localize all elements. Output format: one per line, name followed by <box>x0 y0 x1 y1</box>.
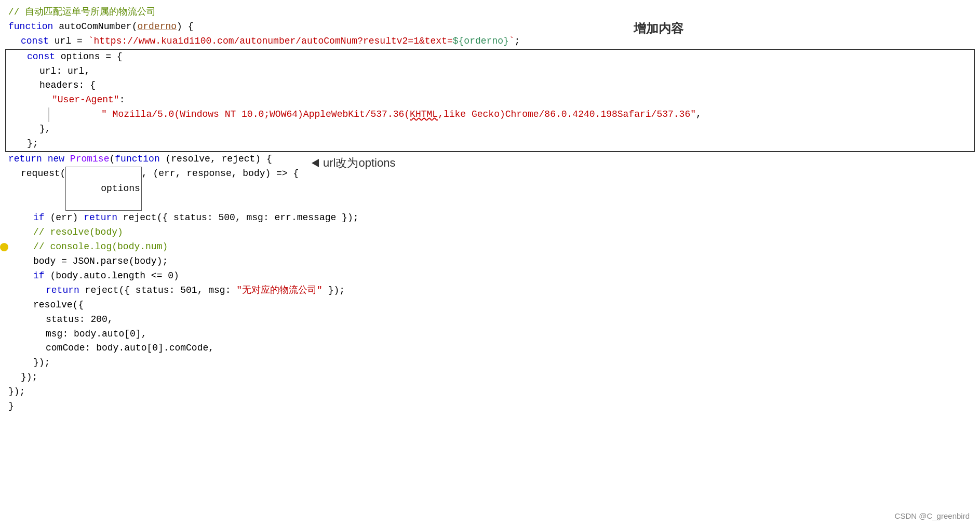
footer-attribution: CSDN @C_greenbird <box>895 510 970 522</box>
resolve-close: }); <box>33 356 50 370</box>
kw-function2: function <box>115 152 159 167</box>
comment-resolve: // resolve(body) <box>33 225 123 240</box>
kw-return2: return <box>84 211 117 225</box>
code-container: // 自动匹配运单号所属的物流公司 function autoComNumber… <box>0 0 980 424</box>
headers-prop: headers: { <box>39 78 96 93</box>
if-err-body: (err) <box>45 211 84 225</box>
line-comment-console: // console.log(body.num) <box>0 240 980 254</box>
kw-return3: return <box>46 284 79 298</box>
line-if-err: if (err) return reject({ status: 500, ms… <box>0 211 980 225</box>
reject501-end: }); <box>323 284 345 298</box>
line-json-parse: body = JSON.parse(body); <box>0 254 980 269</box>
line-resolve-open: resolve({ <box>0 298 980 313</box>
headers-close: }, <box>39 122 51 137</box>
tpl-expr: ${orderno} <box>453 34 509 49</box>
bracket-close2: }); <box>8 385 25 399</box>
line-url-prop: url: url, <box>6 64 974 79</box>
line-status-200: status: 200, <box>0 313 980 327</box>
fn-name: autoComNumber( <box>53 20 137 34</box>
line-return-promise: return new Promise ( function (resolve, … <box>0 152 980 167</box>
arrow-left-icon <box>312 159 319 167</box>
line-headers: headers: { <box>6 78 974 93</box>
bracket-close1: }); <box>21 370 37 385</box>
kw-return: return <box>8 152 42 167</box>
status-200: status: 200, <box>46 313 113 327</box>
tpl-literal: `https://www.kuaidi100.com/autonumber/au… <box>88 34 453 49</box>
msg-auto: msg: body.auto[0], <box>46 327 146 342</box>
line-headers-close: }, <box>6 122 974 137</box>
line-msg-auto: msg: body.auto[0], <box>0 327 980 342</box>
user-agent-key: "User-Agent" <box>52 93 119 107</box>
line-resolve-close: }); <box>0 356 980 370</box>
space-new <box>42 152 48 167</box>
line-if-body: if (body.auto.length <= 0) <box>0 269 980 284</box>
kw-const2: const <box>27 50 55 64</box>
semicolon: ; <box>515 34 520 49</box>
options-param: options <box>101 183 140 194</box>
kw-new: new <box>48 152 64 167</box>
line-const-options: const options = { <box>6 50 974 64</box>
options-decl: options = { <box>55 50 123 64</box>
kw-function: function <box>8 20 53 34</box>
bullet-dot <box>0 243 8 251</box>
line-options-close: }; <box>6 137 974 151</box>
tpl-end: ` <box>509 34 515 49</box>
line-bracket1: }); <box>0 370 980 385</box>
footer-text: CSDN @C_greenbird <box>895 511 970 520</box>
promise-fn: ( <box>109 152 115 167</box>
json-parse: body = JSON.parse(body); <box>33 254 168 269</box>
url-var: url = <box>49 34 88 49</box>
string-no-company: "无对应的物流公司" <box>236 284 323 298</box>
request-rest: , (err, response, body) => { <box>142 167 299 181</box>
mozilla-string: " Mozilla/5.0(Windows NT 10.0;WOW64)Appl… <box>101 107 696 122</box>
line-comment-resolve: // resolve(body) <box>0 225 980 240</box>
kw-if: if <box>33 211 45 225</box>
space-promise <box>64 152 70 167</box>
kw-const: const <box>21 34 49 49</box>
line-mozilla: " Mozilla/5.0(Windows NT 10.0;WOW64)Appl… <box>48 107 974 122</box>
fn-brace: ) { <box>177 20 193 34</box>
promise-class: Promise <box>70 152 110 167</box>
comment-cn-text: // 自动匹配运单号所属的物流公司 <box>8 5 156 20</box>
bracket-close3: } <box>8 399 14 414</box>
options-boxed: options <box>65 167 141 211</box>
options-box: const options = { url: url, headers: { "… <box>5 49 975 152</box>
line-user-agent: "User-Agent" : <box>6 93 974 107</box>
kw-if2: if <box>33 269 45 284</box>
options-close: }; <box>27 137 38 151</box>
line-comcode: comCode: body.auto[0].comCode, <box>0 341 980 356</box>
if-body-cond: (body.auto.length <= 0) <box>45 269 179 284</box>
line-const-url: const url = `https://www.kuaidi100.com/a… <box>0 34 980 49</box>
comment-console: // console.log(body.num) <box>33 240 168 254</box>
line-request: request( options , (err, response, body)… <box>0 167 980 211</box>
promise-params: (resolve, reject) { <box>160 152 272 167</box>
line-bracket2: }); <box>0 385 980 399</box>
line-comment-cn: // 自动匹配运单号所属的物流公司 <box>0 5 980 20</box>
request-call: request( <box>21 167 65 181</box>
line-return-reject: return reject({ status: 501, msg: "无对应的物… <box>0 284 980 298</box>
reject501: reject({ status: 501, msg: <box>79 284 236 298</box>
reject-call: reject({ status: 500, msg: err.message }… <box>117 211 358 225</box>
line-bracket3: } <box>0 399 980 414</box>
comcode: comCode: body.auto[0].comCode, <box>46 341 214 356</box>
url-prop: url: url, <box>39 64 90 79</box>
line-function-decl: function autoComNumber( orderno ) { 增加内容 <box>0 20 980 34</box>
comma: , <box>696 107 702 122</box>
resolve-open: resolve({ <box>33 298 84 313</box>
param-orderno: orderno <box>137 20 177 34</box>
colon: : <box>119 93 125 107</box>
